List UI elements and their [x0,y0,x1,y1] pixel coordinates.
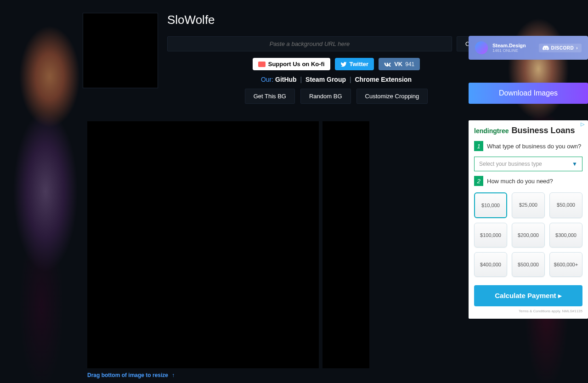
vk-button[interactable]: VK 941 [379,58,420,70]
kofi-icon [258,62,266,67]
avatar-preview [83,13,158,88]
ad-amount-option[interactable]: $50,000 [549,192,582,218]
discord-title: Steam.Design [492,43,534,48]
ad-amount-grid: $10,000 $25,000 $50,000 $100,000 $200,00… [474,192,582,277]
customize-cropping-button[interactable]: Customize Cropping [356,89,428,104]
ad-business-type-select[interactable]: Select your business type ▼ [474,157,582,171]
ad-amount-option[interactable]: $10,000 [474,192,507,218]
preview-main-panel[interactable] [87,121,319,368]
random-bg-button[interactable]: Random BG [300,89,351,104]
ad-amount-option[interactable]: $200,000 [512,223,545,248]
ad-question-1: What type of business do you own? [487,143,581,150]
discord-badge: DISCORD › [539,44,582,52]
twitter-button[interactable]: Twitter [335,58,374,70]
ad-amount-option[interactable]: $400,000 [474,252,507,277]
discord-server-icon [475,41,488,54]
ad-step-2-num: 2 [474,176,483,186]
ad-headline: Business Loans [511,126,575,135]
ad-amount-option[interactable]: $25,000 [512,192,545,218]
twitter-icon [340,61,347,68]
download-images-button[interactable]: Download Images [469,83,588,104]
ad-step-1-num: 1 [474,141,483,151]
ad-fine-print: Terms & Conditions apply. NMLS#1135 [474,309,582,313]
ad-box: ▷ lendingtree Business Loans 1 What type… [469,120,588,319]
vk-label: VK [394,61,402,68]
caret-down-icon: ▼ [572,161,577,167]
vk-icon [384,62,391,67]
get-bg-button[interactable]: Get This BG [245,89,295,104]
bg-character-left [0,0,83,383]
ad-calculate-button[interactable]: Calculate Payment ▸ [474,285,582,306]
kofi-label: Support Us on Ko-fi [268,61,325,68]
our-label: Our: [261,76,273,83]
preview-side-panel[interactable] [322,121,369,368]
ad-amount-option[interactable]: $500,000 [512,252,545,277]
github-link[interactable]: GitHub [275,76,297,83]
chrome-ext-link[interactable]: Chrome Extension [355,76,412,83]
ad-amount-option[interactable]: $100,000 [474,223,507,248]
page-title: SloWolfe [167,13,505,27]
bg-url-input[interactable] [167,36,452,51]
discord-icon [543,45,549,51]
kofi-button[interactable]: Support Us on Ko-fi [253,58,330,70]
discord-widget[interactable]: Steam.Design 1461 ONLINE DISCORD › [469,36,588,60]
resize-handle-hint[interactable]: Drag bottom of image to resize ↑ [87,372,175,378]
links-row: Our: GitHub | Steam Group | Chrome Exten… [167,76,505,83]
discord-online-count: 1461 ONLINE [492,48,534,53]
vk-count: 941 [405,61,414,68]
ad-marker-icon[interactable]: ▷ [581,121,586,127]
ad-select-placeholder: Select your business type [479,161,542,167]
preview-area [87,121,369,368]
ad-amount-option[interactable]: $600,000+ [549,252,582,277]
twitter-label: Twitter [350,61,369,68]
ad-question-2: How much do you need? [487,178,553,185]
arrow-up-icon: ↑ [172,372,175,378]
play-icon: ▸ [558,292,562,299]
ad-logo: lendingtree [474,127,509,135]
steam-group-link[interactable]: Steam Group [305,76,346,83]
resize-hint-label: Drag bottom of image to resize [87,372,168,378]
ad-amount-option[interactable]: $300,000 [549,223,582,248]
chevron-right-icon: › [576,45,578,51]
